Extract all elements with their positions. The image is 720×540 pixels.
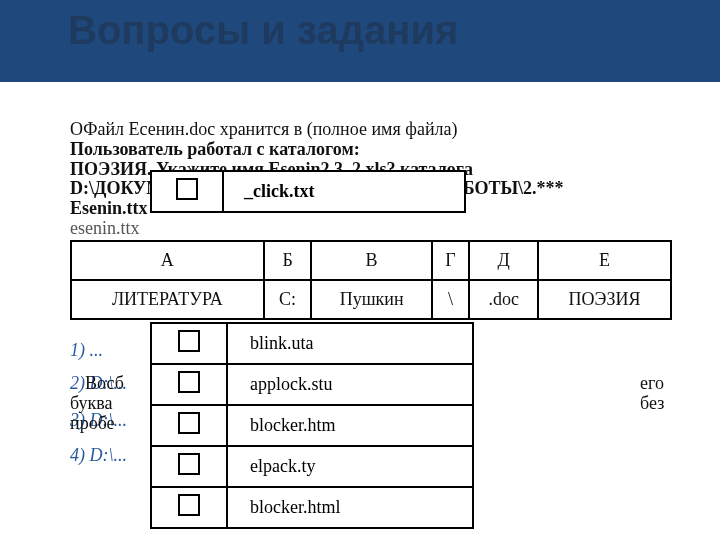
th-e: Д bbox=[469, 241, 538, 280]
page-title: Вопросы и задания bbox=[68, 8, 458, 53]
th-f: Е bbox=[538, 241, 671, 280]
text-fragment: пробе bbox=[70, 413, 140, 434]
checkbox-icon bbox=[178, 330, 200, 352]
td-f: ПОЭЗИЯ bbox=[538, 280, 671, 319]
checkbox-cell[interactable] bbox=[151, 405, 227, 446]
th-a: А bbox=[71, 241, 264, 280]
text-fragment: буква bbox=[70, 393, 140, 414]
checkbox-icon bbox=[176, 178, 198, 200]
text-fragment: Восб bbox=[85, 373, 145, 394]
cell-label: blocker.html bbox=[227, 487, 473, 528]
checkbox-table-bottom: blink.uta applock.stu blocker.htm elpack… bbox=[150, 322, 474, 529]
td-a: ЛИТЕРАТУРА bbox=[71, 280, 264, 319]
cell-label: blocker.htm bbox=[227, 405, 473, 446]
checkbox-icon bbox=[178, 494, 200, 516]
td-b: C: bbox=[264, 280, 312, 319]
list-item-1: 1) ... bbox=[70, 340, 103, 361]
table-row: blocker.htm bbox=[151, 405, 473, 446]
checkbox-cell[interactable] bbox=[151, 364, 227, 405]
cell-label: applock.stu bbox=[227, 364, 473, 405]
th-d: Г bbox=[432, 241, 470, 280]
table-row: applock.stu bbox=[151, 364, 473, 405]
page: Вопросы и задания ОФайл Есенин.doc храни… bbox=[0, 0, 720, 540]
table-row: _click.txt bbox=[151, 171, 465, 212]
table-row: ЛИТЕРАТУРА C: Пушкин \ .doc ПОЭЗИЯ bbox=[71, 280, 671, 319]
checkbox-cell[interactable] bbox=[151, 171, 223, 212]
td-c: Пушкин bbox=[311, 280, 431, 319]
list-item-4: 4) D:\... bbox=[70, 445, 127, 466]
main-table: А Б В Г Д Е ЛИТЕРАТУРА C: Пушкин \ .doc … bbox=[70, 240, 672, 320]
checkbox-icon bbox=[178, 371, 200, 393]
text-fragment: без bbox=[640, 393, 680, 414]
checkbox-icon bbox=[178, 412, 200, 434]
cell-label: elpack.ty bbox=[227, 446, 473, 487]
th-b: Б bbox=[264, 241, 312, 280]
checkbox-cell[interactable] bbox=[151, 323, 227, 364]
td-e: .doc bbox=[469, 280, 538, 319]
table-header-row: А Б В Г Д Е bbox=[71, 241, 671, 280]
overlay-line-1: ОФайл Есенин.doc хранится в (полное имя … bbox=[70, 120, 670, 140]
table-row: elpack.ty bbox=[151, 446, 473, 487]
overlay-line-6: esenin.ttx bbox=[70, 219, 670, 239]
overlay-line-2: Пользователь работал с каталогом: bbox=[70, 140, 670, 160]
table-row: blink.uta bbox=[151, 323, 473, 364]
checkbox-cell[interactable] bbox=[151, 487, 227, 528]
table-row: blocker.html bbox=[151, 487, 473, 528]
text-fragment: его bbox=[640, 373, 680, 394]
checkbox-icon bbox=[178, 453, 200, 475]
cell-label: blink.uta bbox=[227, 323, 473, 364]
cell-label: _click.txt bbox=[223, 171, 465, 212]
td-d: \ bbox=[432, 280, 470, 319]
checkbox-table-top: _click.txt bbox=[150, 170, 466, 213]
checkbox-cell[interactable] bbox=[151, 446, 227, 487]
th-c: В bbox=[311, 241, 431, 280]
